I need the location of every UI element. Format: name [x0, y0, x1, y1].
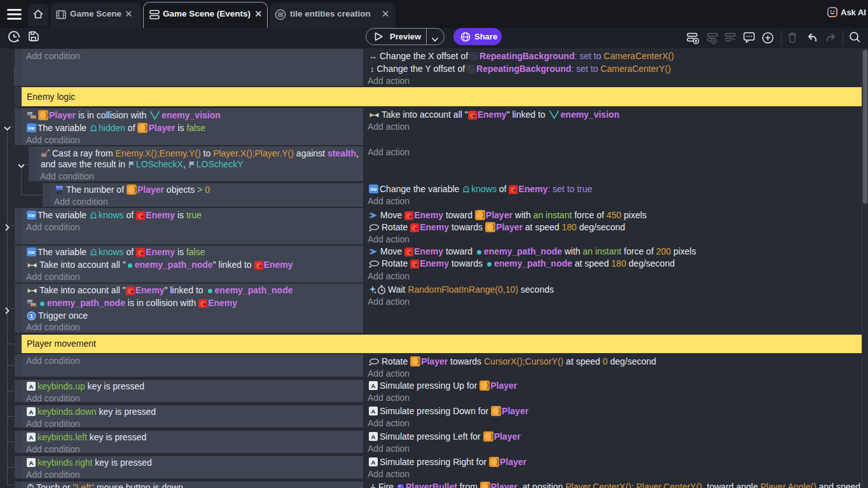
svg-text:x?: x? — [57, 190, 62, 195]
svg-text:Var: Var — [28, 126, 36, 130]
svg-text:Var: Var — [28, 213, 36, 218]
svg-text:A: A — [371, 433, 376, 440]
svg-text:A: A — [371, 408, 376, 415]
svg-text:Var: Var — [28, 250, 36, 254]
svg-text:A: A — [29, 408, 34, 415]
svg-text:1: 1 — [30, 313, 33, 319]
svg-text:A: A — [29, 434, 34, 441]
svg-text:A: A — [29, 383, 34, 390]
svg-text:Var: Var — [370, 187, 378, 192]
svg-text:A: A — [371, 382, 376, 389]
svg-text:A: A — [29, 459, 34, 466]
svg-text:A: A — [371, 459, 376, 466]
